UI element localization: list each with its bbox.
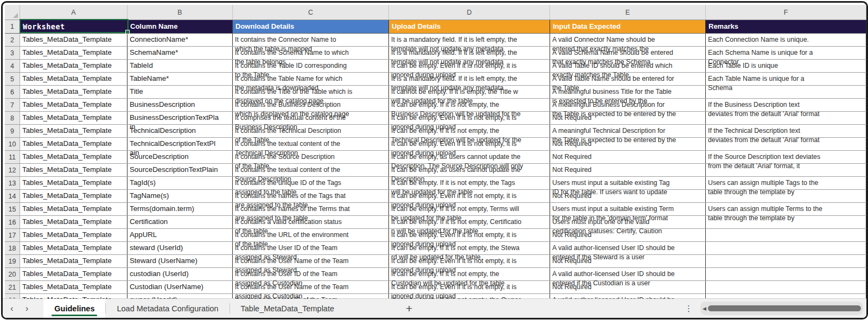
row-number[interactable]: 13 bbox=[5, 177, 20, 189]
row-number[interactable]: 2 bbox=[5, 34, 20, 46]
cell-b5[interactable]: TableName* bbox=[127, 73, 233, 85]
cell-f1[interactable]: Remarks bbox=[706, 20, 866, 33]
row-number[interactable]: 11 bbox=[5, 151, 20, 163]
cell-b16[interactable]: Certification bbox=[127, 216, 233, 228]
cell-b8[interactable]: BusinessDescriptionTextPlain bbox=[127, 112, 233, 124]
cell-e20[interactable]: A valid author-licensed User ID should b… bbox=[550, 268, 706, 280]
tab-guidelines[interactable]: Guidelines bbox=[43, 299, 105, 318]
cell-d8[interactable]: It can be empty. Even if it is not empty… bbox=[389, 112, 550, 124]
cell-d11[interactable]: It can be empty, as users cannot update … bbox=[389, 151, 550, 163]
cell-e4[interactable]: A valid Table ID should be entered which… bbox=[550, 60, 706, 72]
cell-b3[interactable]: SchemaName* bbox=[127, 47, 233, 59]
cell-a14[interactable]: Tables_MetaData_Template bbox=[20, 190, 127, 202]
add-sheet-button[interactable]: + bbox=[406, 299, 412, 318]
cell-f4[interactable]: Each Table ID is unique bbox=[706, 60, 866, 72]
tab-table-metadata-template[interactable]: Table_MetaData_Template bbox=[230, 299, 346, 318]
cell-b12[interactable]: SourceDescriptionTextPlain bbox=[127, 164, 233, 176]
row-number[interactable]: 1 bbox=[5, 20, 20, 33]
cell-a16[interactable]: Tables_MetaData_Template bbox=[20, 216, 127, 228]
cell-d7[interactable]: It can be empty. If it is not empty, the… bbox=[389, 99, 550, 111]
cell-e12[interactable]: Not Required bbox=[550, 164, 706, 176]
cell-d9[interactable]: It can be empty. If it is not empty, the… bbox=[389, 125, 550, 137]
cell-d10[interactable]: It can be empty. Even if it is not empty… bbox=[389, 138, 550, 150]
cell-a18[interactable]: Tables_MetaData_Template bbox=[20, 242, 127, 254]
cell-e8[interactable]: Not Required bbox=[550, 112, 706, 124]
cell-a8[interactable]: Tables_MetaData_Template bbox=[20, 112, 127, 124]
cell-e17[interactable]: Not Required bbox=[550, 229, 706, 241]
cell-e9[interactable]: A meaningful Technical Description forth… bbox=[550, 125, 706, 137]
cell-e15[interactable]: Users must input a suitable existing Ter… bbox=[550, 203, 706, 215]
cell-a3[interactable]: Tables_MetaData_Template bbox=[20, 47, 127, 59]
row-number[interactable]: 12 bbox=[5, 164, 20, 176]
cell-d3[interactable]: It is a mandatory field. If it is left e… bbox=[389, 47, 550, 59]
cell-f2[interactable]: Each Connection Name is unique. bbox=[706, 34, 866, 46]
cell-d19[interactable]: It can be empty. Even if it is not empty… bbox=[389, 255, 550, 267]
column-header-a[interactable]: A bbox=[20, 5, 127, 20]
cell-e19[interactable]: Not Required bbox=[550, 255, 706, 267]
cell-f20[interactable] bbox=[706, 268, 866, 280]
cell-c12[interactable]: It contains the textual content of theSo… bbox=[233, 164, 389, 176]
cell-a11[interactable]: Tables_MetaData_Template bbox=[20, 151, 127, 163]
cell-f15[interactable]: Users can assign multiple Terms to theta… bbox=[706, 203, 866, 215]
cell-c19[interactable]: It contains the User Name of the Teamass… bbox=[233, 255, 389, 267]
cell-a1[interactable]: Worksheet bbox=[20, 20, 127, 33]
cell-f17[interactable] bbox=[706, 229, 866, 241]
column-header-c[interactable]: C bbox=[233, 5, 389, 20]
cell-d12[interactable]: It can be empty, as users cannot update … bbox=[389, 164, 550, 176]
row-number[interactable]: 8 bbox=[5, 112, 20, 124]
cell-c18[interactable]: It contains the User ID of the Teamassig… bbox=[233, 242, 389, 254]
cell-c8[interactable]: It comprises the textual content of theB… bbox=[233, 112, 389, 124]
next-sheet-arrow-icon[interactable]: › bbox=[25, 303, 29, 314]
cell-d4[interactable]: It can be empty. Even if it is not empty… bbox=[389, 60, 550, 72]
cell-e11[interactable]: Not Required bbox=[550, 151, 706, 163]
cell-d5[interactable]: It is a mandatory field. If it is left e… bbox=[389, 73, 550, 85]
row-number[interactable]: 17 bbox=[5, 229, 20, 241]
row-number[interactable]: 18 bbox=[5, 242, 20, 254]
row-number[interactable]: 6 bbox=[5, 86, 20, 98]
row-number[interactable]: 21 bbox=[5, 281, 20, 293]
cell-a9[interactable]: Tables_MetaData_Template bbox=[20, 125, 127, 137]
cell-c9[interactable]: It contains the Technical Descriptionof … bbox=[233, 125, 389, 137]
cell-e16[interactable]: Users must input one of the validcertifi… bbox=[550, 216, 706, 228]
column-header-d[interactable]: D bbox=[389, 5, 550, 20]
cell-e3[interactable]: A valid Schema Name should be enteredtha… bbox=[550, 47, 706, 59]
row-number[interactable]: 10 bbox=[5, 138, 20, 150]
cell-f18[interactable] bbox=[706, 242, 866, 254]
cell-b18[interactable]: steward (UserId) bbox=[127, 242, 233, 254]
horizontal-scrollbar-thumb[interactable] bbox=[708, 305, 861, 311]
cell-b1[interactable]: Column Name bbox=[127, 20, 233, 33]
row-number[interactable]: 14 bbox=[5, 190, 20, 202]
cell-c4[interactable]: It contains the Table ID correspondingto… bbox=[233, 60, 389, 72]
cell-d17[interactable]: It can be empty. Even if it is not empty… bbox=[389, 229, 550, 241]
cell-c7[interactable]: It contains the Business Descriptionwhic… bbox=[233, 99, 389, 111]
scroll-left-arrow-icon[interactable]: ◀ bbox=[703, 306, 706, 311]
cell-c2[interactable]: It contains the Connector Name towhich t… bbox=[233, 34, 389, 46]
cell-f13[interactable]: Users can assign multiple Tags to thetab… bbox=[706, 177, 866, 189]
horizontal-scrollbar[interactable]: ◀ bbox=[700, 302, 863, 315]
cell-b14[interactable]: TagName(s) bbox=[127, 190, 233, 202]
tab-load-metadata-configuration[interactable]: Load Metadata Configuration bbox=[106, 299, 229, 318]
cell-e18[interactable]: A valid author-licensed User ID should b… bbox=[550, 242, 706, 254]
prev-sheet-arrow-icon[interactable]: ‹ bbox=[10, 303, 14, 314]
cell-d13[interactable]: It can be empty. If it is not empty, the… bbox=[389, 177, 550, 189]
select-all-corner[interactable] bbox=[5, 5, 20, 20]
cell-b9[interactable]: TechnicalDescription bbox=[127, 125, 233, 137]
cell-b11[interactable]: SourceDescription bbox=[127, 151, 233, 163]
cell-b7[interactable]: BusinessDescription bbox=[127, 99, 233, 111]
cell-d15[interactable]: It can be empty. If it is not empty, Ter… bbox=[389, 203, 550, 215]
cell-a12[interactable]: Tables_MetaData_Template bbox=[20, 164, 127, 176]
cell-b10[interactable]: TechnicalDescriptionTextPlain bbox=[127, 138, 233, 150]
cell-a19[interactable]: Tables_MetaData_Template bbox=[20, 255, 127, 267]
cell-d2[interactable]: It is a mandatory field. If it is left e… bbox=[389, 34, 550, 46]
cell-e6[interactable]: A meaningful business Title for the Tabl… bbox=[550, 86, 706, 98]
cell-b4[interactable]: TableId bbox=[127, 60, 233, 72]
cell-a17[interactable]: Tables_MetaData_Template bbox=[20, 229, 127, 241]
cell-c6[interactable]: It contains the Title of the Table which… bbox=[233, 86, 389, 98]
cell-c11[interactable]: It contains the Source Descriptionof the… bbox=[233, 151, 389, 163]
cell-d18[interactable]: It can be empty. If it is not empty, the… bbox=[389, 242, 550, 254]
cell-e5[interactable]: A valid Table Name should be entered for… bbox=[550, 73, 706, 85]
cell-c14[interactable]: It contains the names of the Tags thatar… bbox=[233, 190, 389, 202]
cell-a5[interactable]: Tables_MetaData_Template bbox=[20, 73, 127, 85]
cell-b2[interactable]: ConnectionName* bbox=[127, 34, 233, 46]
cell-a20[interactable]: Tables_MetaData_Template bbox=[20, 268, 127, 280]
